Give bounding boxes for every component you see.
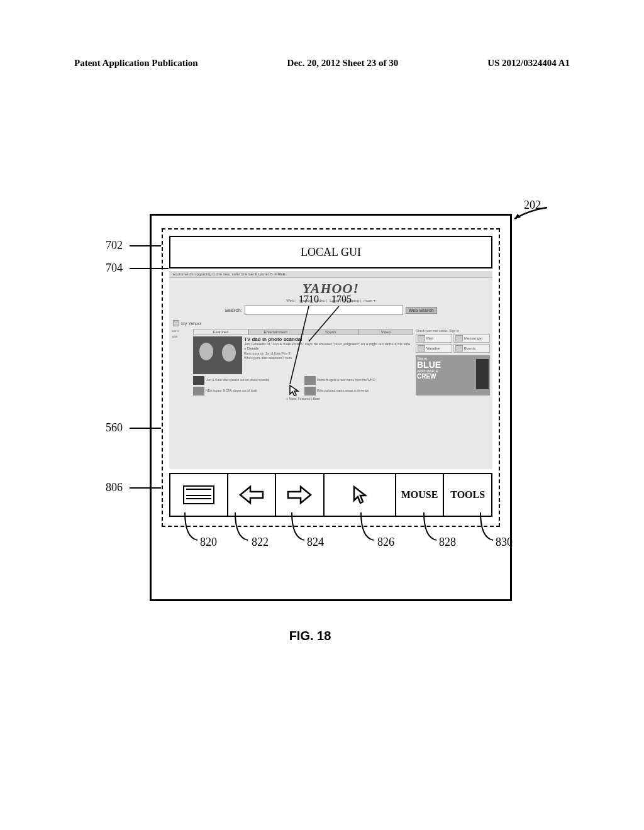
gui-dashed-bounds: LOCAL GUI recommends upgrading to the ne… — [162, 228, 500, 527]
header-center: Dec. 20, 2012 Sheet 23 of 30 — [287, 58, 399, 69]
ref-822: 822 — [252, 536, 269, 549]
leader-702 — [130, 245, 161, 246]
ref-826: 826 — [377, 536, 394, 549]
tab-featured[interactable]: Featured — [193, 329, 248, 335]
ref-820: 820 — [200, 536, 217, 549]
local-gui-bar: LOCAL GUI — [169, 236, 492, 268]
back-button[interactable] — [228, 474, 277, 516]
mail-icon — [418, 335, 425, 341]
my-yahoo-icon — [173, 320, 179, 326]
web-search-button[interactable]: Web Search — [406, 307, 437, 314]
keyboard-button[interactable] — [170, 474, 228, 516]
left-sidebar: web site — [172, 329, 191, 401]
figure-18: 202 LOCAL GUI recommends upgrading to th… — [106, 214, 514, 601]
header-left: Patent Application Publication — [74, 58, 198, 69]
story-photo[interactable] — [193, 336, 242, 374]
messenger-icon — [455, 335, 463, 341]
ie-upgrade-banner: recommends upgrading to the new, safer I… — [169, 271, 492, 278]
left-item[interactable]: web — [172, 329, 191, 333]
tile-messenger[interactable]: Messenger — [453, 334, 490, 343]
arrow-left-icon — [238, 484, 265, 506]
ref-704: 704 — [106, 262, 123, 275]
ref-702: 702 — [106, 239, 123, 252]
ref-806: 806 — [106, 481, 123, 494]
cursor-icon — [352, 485, 368, 504]
ref-828: 828 — [439, 536, 456, 549]
tab-video[interactable]: Video — [358, 329, 414, 335]
figure-caption: FIG. 18 — [106, 629, 514, 658]
mail-status[interactable]: Check your mail status. Sign In — [416, 329, 490, 333]
keyboard-icon — [183, 485, 214, 504]
thumb-item[interactable]: NBA hopes: NCAA player out of draft — [193, 387, 303, 396]
ad-sears[interactable]: Sears BLUE APPLIANCE CREW — [416, 355, 490, 396]
yahoo-nav: Web| Images| Video| Local| Shopping| mor… — [169, 298, 492, 302]
yahoo-logo: YAHOO! — [169, 280, 492, 297]
svg-line-1 — [309, 306, 339, 341]
leader-806 — [130, 487, 161, 489]
more-strip[interactable]: » More: Featured | Buzz — [193, 397, 413, 401]
search-label: Search: — [225, 307, 242, 313]
mouse-button[interactable]: MOUSE — [396, 474, 445, 516]
right-column: Check your mail status. Sign In Mail Mes… — [416, 329, 490, 401]
leader-arrow-202 — [511, 206, 548, 221]
ref-830: 830 — [496, 536, 513, 549]
forward-button[interactable] — [276, 474, 325, 516]
tile-mail[interactable]: Mail — [416, 334, 452, 343]
leader-560 — [130, 428, 161, 429]
ref-560: 560 — [106, 421, 123, 434]
control-toolbar: MOUSE TOOLS — [169, 473, 492, 517]
local-gui-label: LOCAL GUI — [301, 246, 361, 259]
ref-824: 824 — [307, 536, 324, 549]
thumb-item[interactable]: 'Jon & Kate' dad speaks out on photo sca… — [193, 376, 303, 385]
my-yahoo-label[interactable]: My Yahoo! — [181, 321, 202, 326]
bottom-leaders — [166, 512, 518, 556]
ad-person-silhouette — [476, 359, 489, 389]
tools-button[interactable]: TOOLS — [444, 474, 491, 516]
page-header: Patent Application Publication Dec. 20, … — [74, 58, 570, 69]
svg-line-0 — [290, 306, 309, 384]
tile-events[interactable]: Events — [453, 344, 490, 353]
leaders-1710-1705 — [287, 304, 363, 392]
tile-weather[interactable]: Weather — [416, 344, 452, 353]
leader-704 — [130, 268, 169, 269]
events-icon — [455, 345, 463, 351]
arrow-right-icon — [286, 484, 313, 506]
nav-web[interactable]: Web — [286, 299, 294, 302]
weather-icon — [418, 345, 425, 351]
cursor-mode-button[interactable] — [325, 474, 396, 516]
left-item[interactable]: site — [172, 335, 191, 338]
header-right: US 2012/0324404 A1 — [487, 58, 570, 69]
nav-more[interactable]: more ▾ — [364, 299, 375, 302]
